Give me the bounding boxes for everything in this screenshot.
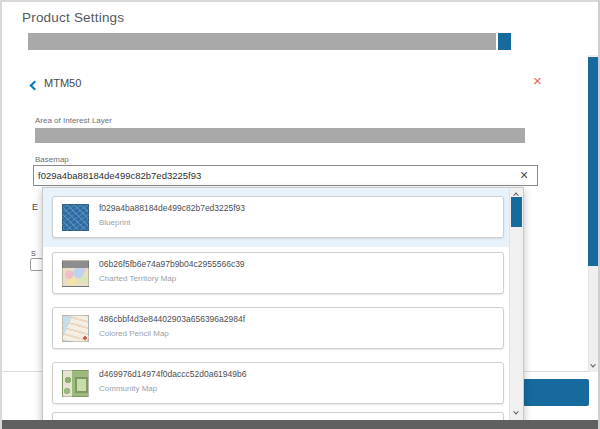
chevron-left-icon (30, 81, 40, 91)
basemap-option-label: Colored Pencil Map (99, 329, 169, 338)
colored-pencil-thumbnail (62, 315, 89, 342)
page-scroll-down-arrow[interactable] (588, 361, 598, 371)
basemap-label: Basemap (35, 155, 69, 164)
product-settings-dialog: Product Settings MTM50 × Area of Interes… (0, 0, 600, 429)
accent-square (498, 33, 511, 50)
occluded-label-fragment-s: S (31, 250, 36, 257)
page-scrollbar-thumb[interactable] (588, 57, 598, 266)
basemap-option[interactable]: 06b26f5fb6e74a97b9b04c2955566c39Charted … (52, 252, 504, 294)
masked-product-field (28, 33, 496, 50)
charted-territory-thumbnail (62, 260, 89, 287)
community-map-thumbnail (62, 370, 89, 397)
chevron-down-icon (590, 362, 596, 368)
basemap-option-label: Community Map (99, 384, 157, 393)
page-title: Product Settings (22, 10, 124, 25)
aoi-masked-field[interactable] (35, 128, 525, 143)
back-nav-mtm50[interactable]: MTM50 (31, 76, 81, 92)
basemap-option-id: d469976d14974f0daccc52d0a61949b6 (99, 369, 246, 379)
basemap-option-label: Charted Territory Map (99, 274, 176, 283)
basemap-option[interactable]: f029a4ba88184de499c82b7ed3225f93Blueprin… (52, 196, 504, 238)
window-border-left (0, 0, 2, 429)
basemap-dropdown-panel: f029a4ba88184de499c82b7ed3225f93Blueprin… (42, 187, 524, 429)
window-border-top (0, 0, 600, 2)
basemap-option-label: Blueprint (99, 218, 131, 227)
basemap-input[interactable] (33, 165, 538, 186)
primary-action-button[interactable] (523, 379, 589, 406)
chevron-up-icon (513, 193, 519, 199)
basemap-option[interactable]: d469976d14974f0daccc52d0a61949b6Communit… (52, 362, 504, 404)
aoi-label: Area of Interest Layer (35, 116, 112, 125)
clear-input-icon[interactable]: × (520, 168, 528, 182)
basemap-option-id: 486cbbf4d3e84402903a656396a2984f (99, 314, 245, 324)
dropdown-scroll-up-arrow[interactable] (511, 189, 521, 199)
basemap-option-id: f029a4ba88184de499c82b7ed3225f93 (99, 203, 245, 213)
dropdown-scrollbar-thumb[interactable] (511, 197, 522, 227)
blueprint-thumbnail (62, 204, 89, 231)
close-icon[interactable]: × (533, 73, 542, 88)
basemap-option[interactable]: 486cbbf4d3e84402903a656396a2984fColored … (52, 307, 504, 349)
basemap-option-id: 06b26f5fb6e74a97b9b04c2955566c39 (99, 259, 245, 269)
dropdown-scroll-down-arrow[interactable] (511, 408, 521, 418)
bottom-page-bar (0, 420, 600, 429)
back-label: MTM50 (44, 77, 81, 89)
chevron-down-icon (513, 409, 519, 415)
occluded-label-fragment-e: E (32, 202, 38, 212)
